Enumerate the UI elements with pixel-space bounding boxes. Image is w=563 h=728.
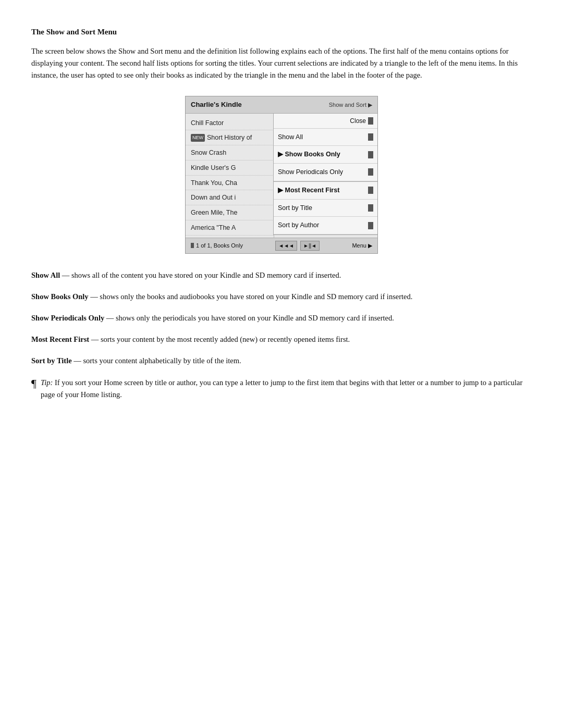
kindle-list-item[interactable]: Green Mile, The (186, 205, 274, 220)
kindle-body: Chill FactornewShort History ofSnow Cras… (186, 114, 377, 238)
tip-text: Tip: If you sort your Home screen by tit… (41, 377, 532, 401)
tip-body: If you sort your Home screen by title or… (41, 378, 522, 399)
menu-item[interactable]: Sort by Author (274, 217, 377, 235)
kindle-sort-menu: Close Show All▶ Show Books OnlyShow Peri… (273, 114, 377, 236)
kindle-header: Charlie's Kindle Show and Sort ▶ (186, 96, 377, 114)
menu-item[interactable]: ▶ Show Books Only (274, 146, 377, 164)
definition-term: Most Recent First (31, 335, 89, 343)
menu-close-button[interactable]: Close (350, 116, 373, 126)
kindle-list-item[interactable]: Down and Out i (186, 190, 274, 205)
menu-scroll-icon (368, 151, 373, 158)
menu-scroll-icon (368, 222, 373, 229)
definition-term: Show Books Only (31, 292, 89, 301)
menu-item-label: Sort by Title (278, 203, 312, 213)
kindle-screenshot: Charlie's Kindle Show and Sort ▶ Chill F… (185, 96, 378, 254)
menu-scroll-icon (368, 187, 373, 194)
footer-center: ◄◄◄ ►||◄ (275, 241, 320, 251)
menu-item-label: Sort by Author (278, 220, 319, 230)
tip-icon: ¶ (31, 378, 36, 389)
definition-item: Show Books Only — shows only the books a… (31, 291, 532, 303)
new-badge: new (191, 134, 205, 142)
kindle-footer: 1 of 1, Books Only ◄◄◄ ►||◄ Menu ▶ (186, 238, 377, 253)
menu-item[interactable]: Show All (274, 129, 377, 146)
kindle-title: Charlie's Kindle (191, 100, 242, 110)
tip-section: ¶ Tip: If you sort your Home screen by t… (31, 377, 532, 401)
definition-term: Show All (31, 271, 60, 279)
footer-text: 1 of 1, Books Only (196, 241, 243, 250)
definition-item: Most Recent First — sorts your content b… (31, 334, 532, 346)
close-scroll-icon (368, 117, 373, 125)
close-label: Close (350, 116, 366, 126)
kindle-list-item[interactable]: America "The A (186, 220, 274, 236)
menu-item[interactable]: Sort by Title (274, 200, 377, 217)
menu-scroll-icon (368, 204, 373, 212)
kindle-list-item[interactable]: Chill Factor (186, 116, 274, 131)
definition-item: Show All — shows all of the content you … (31, 269, 532, 281)
menu-item-label: Show All (278, 132, 303, 142)
menu-item-label: ▶ Show Books Only (278, 150, 340, 159)
kindle-list-item[interactable]: Thank You, Cha (186, 176, 274, 191)
footer-left: 1 of 1, Books Only (191, 241, 243, 250)
kindle-list-item[interactable]: Snow Crash (186, 145, 274, 161)
definitions-container: Show All — shows all of the content you … (31, 269, 532, 367)
kindle-list-item[interactable]: Kindle User's G (186, 161, 274, 176)
menu-item[interactable]: Show Periodicals Only (274, 164, 377, 181)
menu-scroll-icon (368, 133, 373, 141)
kindle-list-item[interactable]: newShort History of (186, 130, 274, 145)
footer-bar-icon (191, 243, 194, 248)
kindle-header-right: Show and Sort ▶ (329, 101, 372, 109)
menu-item[interactable]: ▶ Most Recent First (274, 181, 377, 200)
definition-item: Sort by Title — sorts your content alpha… (31, 355, 532, 367)
definition-item: Show Periodicals Only — shows only the p… (31, 312, 532, 324)
definition-term: Sort by Title (31, 356, 72, 365)
kindle-book-list: Chill FactornewShort History ofSnow Cras… (186, 114, 274, 238)
menu-item-label: Show Periodicals Only (278, 167, 343, 177)
section-title: The Show and Sort Menu (31, 26, 532, 38)
definition-term: Show Periodicals Only (31, 314, 104, 322)
tip-label: Tip: (41, 378, 53, 387)
menu-item-label: ▶ Most Recent First (278, 186, 339, 195)
menu-close-row: Close (274, 114, 377, 129)
footer-next-btn[interactable]: ►||◄ (300, 241, 320, 251)
footer-prev-btn[interactable]: ◄◄◄ (275, 241, 297, 251)
intro-paragraph: The screen below shows the Show and Sort… (31, 45, 532, 82)
footer-menu-button[interactable]: Menu ▶ (352, 241, 372, 250)
menu-scroll-icon (368, 168, 373, 176)
